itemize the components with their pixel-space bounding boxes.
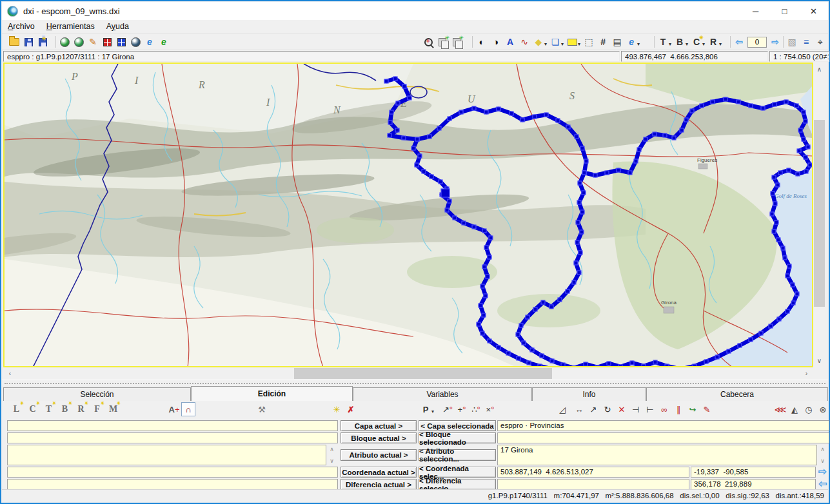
font-button[interactable]: A	[503, 35, 517, 49]
boundary-vertex-handle[interactable]	[550, 359, 554, 363]
tab-edicion[interactable]: Edición	[191, 386, 353, 401]
boundary-vertex-handle[interactable]	[795, 292, 799, 296]
boundary-vertex-handle[interactable]	[715, 355, 719, 359]
boundary-vertex-handle[interactable]	[482, 313, 486, 317]
boundary-vertex-handle[interactable]	[653, 132, 657, 136]
coordenada-actual-input[interactable]	[7, 467, 338, 478]
boundary-vertex-handle[interactable]	[584, 159, 588, 163]
boundary-vertex-handle[interactable]	[533, 115, 537, 119]
boundary-vertex-handle[interactable]	[472, 106, 476, 110]
boundary-vertex-handle[interactable]	[384, 79, 388, 83]
diferencia-actual-button[interactable]: Diferencia actual >	[341, 479, 417, 490]
stretch-icon[interactable]: ↔	[572, 402, 586, 416]
grid-hash-button[interactable]: #	[596, 35, 610, 49]
diferencia-seleccionada-button[interactable]: < Diferencia seleccio...	[419, 479, 496, 490]
3d-cube-button[interactable]: ▧	[785, 35, 799, 49]
boundary-vertex-handle[interactable]	[580, 210, 584, 214]
paste-special-button[interactable]	[450, 35, 464, 49]
boundary-vertex-handle[interactable]	[704, 360, 708, 363]
boundary-vertex-handle[interactable]	[395, 128, 399, 132]
wms-red-button[interactable]	[100, 35, 114, 49]
boundary-vertex-handle[interactable]	[411, 146, 415, 150]
boundary-vertex-handle[interactable]	[804, 170, 808, 173]
boundary-vertex-handle[interactable]	[772, 229, 776, 233]
boundary-vertex-handle[interactable]	[804, 155, 807, 159]
atributo-actual-button[interactable]: Atributo actual >	[341, 449, 417, 461]
bloque-actual-input[interactable]	[7, 432, 338, 443]
boundary-vertex-handle[interactable]	[582, 191, 586, 195]
boundary-vertex-handle[interactable]	[630, 361, 634, 365]
boundary-vertex-handle[interactable]	[584, 362, 588, 366]
boundary-vertex-handle[interactable]	[642, 364, 646, 366]
boundary-vertex-handle[interactable]	[644, 137, 647, 141]
web-globe-button[interactable]	[72, 35, 86, 49]
boundary-vertex-handle[interactable]	[578, 251, 582, 255]
boundary-vertex-handle[interactable]	[617, 168, 620, 172]
boundary-vertex-handle[interactable]	[582, 171, 586, 175]
boundary-vertex-handle[interactable]	[761, 106, 765, 110]
boundary-vertex-handle[interactable]	[776, 183, 780, 187]
draw-pencils-button[interactable]: ✎	[86, 35, 100, 49]
snap-intersection-icon[interactable]: ×°	[483, 402, 497, 416]
rotate-icon[interactable]: ↻	[600, 402, 615, 416]
select-mode-m[interactable]: M✳	[105, 402, 121, 416]
boundary-vertex-handle[interactable]	[618, 365, 622, 366]
point-mode-dropdown[interactable]: P	[419, 402, 433, 416]
boundary-vertex-handle[interactable]	[724, 97, 727, 101]
mirror-icon[interactable]: ◭	[787, 402, 802, 416]
diferencia-diff-value[interactable]: 356,178 219,889	[691, 479, 816, 490]
boundary-vertex-handle[interactable]	[462, 221, 466, 225]
menu-archivo[interactable]: Archivo	[2, 21, 41, 32]
bloque-actual-button[interactable]: Bloque actual >	[341, 432, 417, 443]
horizontal-scrollbar[interactable]: ‹ ›	[3, 367, 813, 380]
boundary-vertex-handle[interactable]	[402, 136, 406, 140]
boundary-vertex-handle[interactable]	[506, 351, 510, 355]
boundary-vertex-handle[interactable]	[509, 111, 513, 115]
crosshair-button[interactable]: ⌖	[813, 35, 827, 49]
snap-midpoint-icon[interactable]: ∴°	[469, 402, 483, 416]
boundary-vertex-handle[interactable]	[777, 317, 781, 321]
boundary-vertex-handle[interactable]	[684, 118, 688, 122]
tab-variables[interactable]: Variables	[353, 387, 532, 401]
boundary-vertex-handle[interactable]	[480, 331, 484, 335]
boundary-vertex-handle[interactable]	[711, 100, 715, 104]
tab-cabecera[interactable]: Cabecera	[646, 387, 828, 401]
boundary-vertex-handle[interactable]	[482, 265, 486, 269]
boundary-vertex-handle[interactable]	[804, 119, 807, 123]
boundary-vertex-handle[interactable]	[736, 100, 740, 104]
trim-right-icon[interactable]: ⊢	[643, 402, 657, 416]
boundary-vertex-handle[interactable]	[784, 100, 788, 104]
nav-back-button[interactable]: ⇦	[732, 35, 746, 49]
boundary-vertex-handle[interactable]	[580, 146, 584, 150]
parallel-icon[interactable]: ∥	[671, 402, 686, 416]
scroll-down-icon[interactable]: ∨	[814, 355, 825, 366]
doc-lines-button[interactable]: ▤	[610, 35, 624, 49]
boundary-vertex-handle[interactable]	[574, 261, 578, 265]
boundary-vertex-handle[interactable]	[472, 225, 476, 229]
blocks-toggle-button[interactable]: B	[673, 35, 687, 49]
boundary-vertex-handle[interactable]	[388, 133, 391, 137]
boundary-vertex-handle[interactable]	[797, 149, 801, 153]
eraser-button[interactable]: ◆	[531, 35, 546, 49]
capa-actual-input[interactable]	[7, 420, 338, 431]
boundary-vertex-handle[interactable]	[808, 163, 812, 167]
boundary-vertex-handle[interactable]	[802, 110, 805, 114]
scroll-right-icon[interactable]: ›	[801, 368, 812, 379]
map-image-button[interactable]	[57, 35, 72, 49]
boundary-vertex-handle[interactable]	[634, 159, 638, 163]
boundary-vertex-handle[interactable]	[690, 109, 694, 113]
boundary-vertex-handle[interactable]	[663, 133, 667, 137]
boundary-vertex-handle[interactable]	[575, 135, 578, 139]
snap-insert-icon[interactable]: +°	[455, 402, 469, 416]
boundary-vertex-handle[interactable]	[439, 180, 442, 184]
delete-vertex-icon[interactable]: ✕	[615, 402, 629, 416]
layers-c-button[interactable]: C✳	[689, 35, 704, 49]
snap-magnet-toggle[interactable]: ∩	[181, 402, 195, 416]
boundary-vertex-handle[interactable]	[540, 354, 544, 358]
tab-seleccion[interactable]: Selección	[3, 387, 191, 401]
title-bar[interactable]: dxi - espcom_09_wms.dxi ─ □ ✕	[2, 2, 828, 20]
coordenada-actual-button[interactable]: Coordenada actual >	[341, 467, 417, 478]
capa-seleccionada-value[interactable]: esppro · Provincias	[497, 420, 829, 431]
atributo-seleccionado-button[interactable]: < Atributo seleccion...	[419, 449, 496, 461]
tools-icon[interactable]: ⚒	[255, 402, 269, 416]
